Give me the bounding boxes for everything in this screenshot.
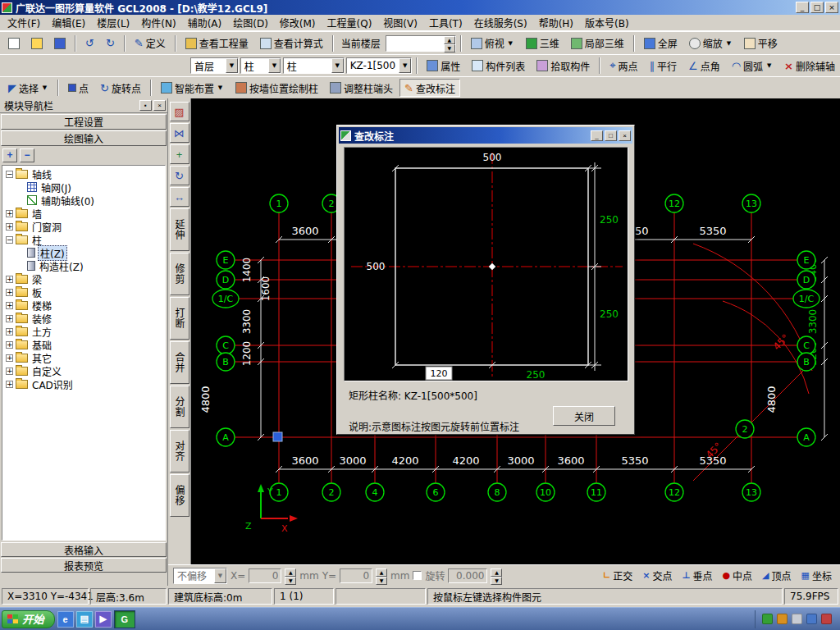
point-angle-button[interactable]: ∠点角 bbox=[683, 57, 725, 75]
tree-item-其它[interactable]: +其它 bbox=[2, 351, 165, 364]
partial-3d-button[interactable]: 局部三维 bbox=[566, 34, 629, 52]
parallel-axis-button[interactable]: ∥平行 bbox=[645, 57, 682, 75]
vertical-tool-修剪[interactable]: 修剪 bbox=[170, 253, 189, 295]
pick-component-button[interactable]: 拾取构件 bbox=[532, 57, 595, 75]
offset-mode-combo[interactable]: 不偏移▼ bbox=[173, 568, 227, 584]
floor-spinner[interactable]: ▲▼ bbox=[444, 36, 455, 51]
snap-toggle-顶点[interactable]: ◢顶点 bbox=[762, 568, 791, 582]
vertical-tool-打断[interactable]: 打断 bbox=[170, 297, 189, 340]
vertical-tool-对齐[interactable]: 对齐 bbox=[170, 430, 189, 472]
pan-button[interactable]: 平移 bbox=[739, 34, 783, 52]
draw-by-wall-button[interactable]: 按墙位置绘制柱 bbox=[231, 79, 323, 97]
tree-item-板[interactable]: +板 bbox=[2, 285, 165, 299]
tree-item-土方[interactable]: +土方 bbox=[2, 325, 165, 338]
dialog-close-button[interactable]: 关闭 bbox=[553, 406, 615, 426]
vertical-tool-合并[interactable]: 合并 bbox=[170, 341, 189, 384]
vertical-tool-偏移[interactable]: 偏移 bbox=[170, 474, 189, 517]
chevron-down-icon[interactable]: ▼ bbox=[217, 80, 224, 95]
dim-bottom-left[interactable]: 120 bbox=[431, 368, 448, 379]
zoom-button[interactable]: 缩放▼ bbox=[684, 34, 737, 52]
media-app-button[interactable]: ▶ bbox=[95, 611, 112, 628]
move-icon[interactable]: + bbox=[170, 144, 189, 164]
view-formula-button[interactable]: 查看计算式 bbox=[255, 34, 328, 52]
menu-item-8[interactable]: 视图(V) bbox=[377, 14, 423, 31]
dialog-close-icon[interactable]: × bbox=[619, 130, 631, 141]
delete-aux-axis-button[interactable]: ×删除辅轴 bbox=[779, 57, 840, 75]
mirror-icon[interactable]: ⋈ bbox=[170, 123, 189, 143]
tree-item-柱(Z)[interactable]: 柱(Z) bbox=[2, 246, 165, 259]
tree-expander-icon[interactable]: + bbox=[6, 302, 13, 309]
adjust-column-end-button[interactable]: 调整柱端头 bbox=[325, 79, 398, 97]
menu-item-1[interactable]: 编辑(E) bbox=[46, 14, 91, 31]
section-draw-input[interactable]: 绘图输入 bbox=[1, 130, 167, 146]
spin-up-icon[interactable]: ▲ bbox=[491, 568, 502, 577]
tree-item-梁[interactable]: +梁 bbox=[2, 272, 165, 285]
menu-item-12[interactable]: 版本号(B) bbox=[579, 14, 635, 31]
tree-expander-icon[interactable]: + bbox=[6, 210, 13, 217]
snap-toggle-坐标[interactable]: ▦坐标 bbox=[801, 568, 832, 582]
spin-up-icon[interactable]: ▲ bbox=[444, 36, 455, 44]
gcl-app-button[interactable]: G bbox=[114, 610, 135, 628]
rotate-icon[interactable]: ↻ bbox=[170, 166, 189, 185]
menu-item-0[interactable]: 文件(F) bbox=[2, 14, 46, 31]
tree-expander-icon[interactable]: + bbox=[6, 276, 13, 283]
menu-item-5[interactable]: 绘图(D) bbox=[227, 14, 274, 31]
menu-item-4[interactable]: 辅助(A) bbox=[182, 14, 228, 31]
show-desktop-button[interactable]: ▤ bbox=[76, 611, 93, 628]
menu-item-10[interactable]: 在线服务(S) bbox=[468, 14, 533, 31]
properties-button[interactable]: 属性 bbox=[422, 57, 465, 75]
three-d-button[interactable]: 三维 bbox=[521, 34, 564, 52]
y-offset-input[interactable]: 0 bbox=[340, 568, 372, 583]
close-button[interactable]: × bbox=[825, 2, 838, 13]
chevron-down-icon[interactable]: ▼ bbox=[765, 58, 773, 73]
tree-expander-icon[interactable]: − bbox=[6, 171, 13, 178]
menu-item-3[interactable]: 构件(N) bbox=[135, 14, 181, 31]
start-button[interactable]: 开始 bbox=[2, 610, 55, 628]
chevron-down-icon[interactable]: ▼ bbox=[399, 58, 411, 73]
tree-expander-icon[interactable]: − bbox=[6, 236, 13, 244]
spin-down-icon[interactable]: ▼ bbox=[444, 44, 455, 52]
chevron-down-icon[interactable]: ▼ bbox=[226, 58, 238, 73]
volume-icon[interactable] bbox=[792, 614, 802, 624]
expand-all-button[interactable]: + bbox=[2, 148, 17, 162]
component-list-button[interactable]: 构件列表 bbox=[467, 57, 530, 75]
smart-layout-button[interactable]: 智能布置▼ bbox=[156, 79, 229, 97]
element-combo[interactable]: KZ-1[500▼ bbox=[346, 57, 412, 74]
tree-item-墙[interactable]: +墙 bbox=[2, 207, 165, 220]
chevron-down-icon[interactable]: ▼ bbox=[214, 568, 226, 583]
tree-expander-icon[interactable]: + bbox=[6, 315, 13, 322]
tree-item-柱[interactable]: −柱 bbox=[2, 233, 165, 246]
dialog-title-bar[interactable]: 查改标注 _ □ × bbox=[339, 127, 632, 144]
redo-button[interactable]: ↻ bbox=[101, 34, 120, 52]
tree-item-构造柱(Z)[interactable]: 构造柱(Z) bbox=[2, 259, 165, 272]
category-combo[interactable]: 柱▼ bbox=[240, 57, 281, 74]
x-offset-spinner[interactable]: ▲▼ bbox=[285, 568, 296, 583]
snap-toggle-正交[interactable]: ∟正交 bbox=[603, 568, 632, 582]
menu-item-11[interactable]: 帮助(H) bbox=[533, 14, 579, 31]
pin-icon[interactable]: ▪ bbox=[139, 100, 152, 111]
chevron-down-icon[interactable]: ▼ bbox=[507, 36, 514, 51]
top-view-button[interactable]: 俯视▼ bbox=[466, 34, 519, 52]
tree-expander-icon[interactable]: + bbox=[6, 368, 13, 375]
tree-item-楼梯[interactable]: +楼梯 bbox=[2, 299, 165, 312]
menu-item-9[interactable]: 工具(T) bbox=[423, 14, 468, 31]
chevron-down-icon[interactable]: ▼ bbox=[725, 36, 733, 51]
rotate-spinner[interactable]: ▲▼ bbox=[491, 568, 502, 583]
define-button[interactable]: ✎定义 bbox=[130, 34, 171, 52]
undo-button[interactable]: ↺ bbox=[80, 34, 99, 52]
spin-down-icon[interactable]: ▼ bbox=[285, 577, 296, 585]
tree-item-轴网(J)[interactable]: 轴网(J) bbox=[2, 180, 165, 194]
snap-toggle-中点[interactable]: ●中点 bbox=[722, 568, 752, 582]
menu-item-2[interactable]: 楼层(L) bbox=[91, 14, 135, 31]
full-screen-button[interactable]: 全屏 bbox=[639, 34, 682, 52]
menu-item-7[interactable]: 工程量(Q) bbox=[322, 14, 378, 31]
chevron-down-icon[interactable]: ▼ bbox=[41, 80, 48, 95]
open-button[interactable] bbox=[26, 34, 48, 52]
rotate-input[interactable]: 0.000 bbox=[448, 568, 487, 583]
selected-column-element[interactable] bbox=[273, 432, 282, 441]
maximize-button[interactable]: □ bbox=[810, 2, 824, 13]
snap-toggle-垂点[interactable]: ⊥垂点 bbox=[682, 568, 712, 582]
tree-expander-icon[interactable]: + bbox=[6, 341, 13, 349]
snap-toggle-交点[interactable]: ×交点 bbox=[642, 568, 672, 582]
select-button[interactable]: ◤选择▼ bbox=[3, 79, 53, 97]
